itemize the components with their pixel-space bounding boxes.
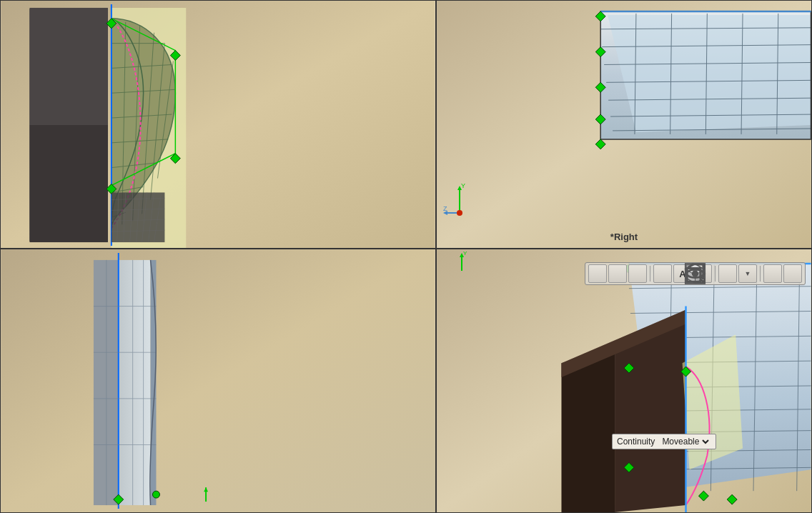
continuity-label: Continuity — [617, 437, 655, 447]
svg-rect-4 — [30, 125, 108, 242]
viewport-grid: *Right — [0, 0, 812, 513]
viewport-bottom-left[interactable] — [0, 249, 436, 513]
svg-rect-59 — [1, 249, 435, 512]
viewport-top-right[interactable]: *Right — [436, 0, 812, 249]
continuity-control[interactable]: Continuity Moveable Fixed G1 G2 — [612, 434, 716, 449]
moveable-dropdown[interactable]: Moveable Fixed G1 G2 — [659, 436, 711, 447]
svg-point-72 — [152, 491, 159, 498]
svg-rect-60 — [94, 260, 119, 505]
axis-indicator-br: Y — [447, 249, 476, 278]
viewport-top-left[interactable] — [0, 0, 436, 249]
svg-rect-3 — [30, 8, 108, 125]
svg-text:Y: Y — [463, 250, 467, 256]
eye-button[interactable] — [783, 264, 802, 283]
svg-point-120 — [692, 270, 698, 277]
viewport-bottom-right[interactable]: A ▼ — [436, 249, 812, 513]
viewport-toolbar: A ▼ — [585, 262, 806, 285]
svg-rect-61 — [119, 260, 151, 505]
